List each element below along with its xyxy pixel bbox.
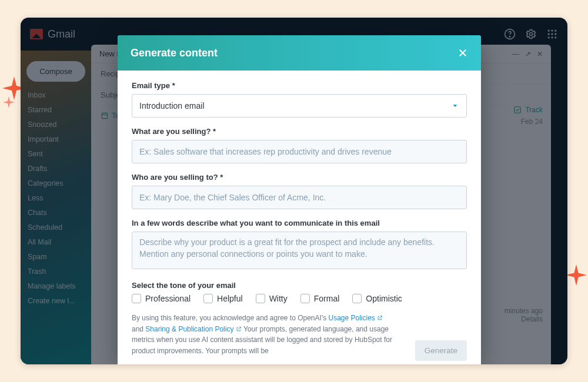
describe-label: In a few words describe what you want to…: [132, 219, 467, 227]
generate-button[interactable]: Generate: [415, 340, 467, 361]
checkbox-icon: [300, 294, 310, 303]
sharing-policy-link[interactable]: Sharing & Publication Policy: [145, 325, 241, 333]
email-type-select[interactable]: Introduction email: [132, 94, 467, 118]
checkbox-icon: [256, 294, 265, 303]
tone-option-formal[interactable]: Formal: [300, 294, 340, 303]
sparkle-decoration-right: [566, 264, 587, 286]
external-link-icon: [236, 326, 242, 332]
audience-input[interactable]: [132, 186, 467, 209]
tone-option-optimistic[interactable]: Optimistic: [352, 294, 402, 303]
describe-textarea[interactable]: [132, 232, 467, 269]
audience-label: Who are you selling to? *: [132, 173, 467, 182]
tone-option-helpful[interactable]: Helpful: [203, 294, 243, 303]
screenshot-container: Gmail Compose InboxStarredSnoozedImporta…: [21, 18, 567, 364]
tone-label: Select the tone of your email: [132, 281, 467, 290]
tone-option-professional[interactable]: Professional: [132, 294, 191, 303]
checkbox-icon: [132, 294, 141, 303]
checkbox-icon: [352, 294, 362, 303]
email-type-value: Introduction email: [139, 101, 205, 110]
checkbox-icon: [203, 294, 213, 303]
modal-title: Generate content: [131, 47, 218, 59]
tone-option-witty[interactable]: Witty: [256, 294, 288, 303]
generate-content-modal: Generate content Email type * Introducti…: [118, 35, 481, 364]
chevron-down-icon: [451, 102, 459, 110]
external-link-icon: [377, 315, 383, 321]
usage-policies-link[interactable]: Usage Policies: [329, 314, 383, 322]
selling-label: What are you selling? *: [132, 127, 467, 136]
modal-close-icon[interactable]: [457, 48, 468, 58]
selling-input[interactable]: [132, 140, 467, 163]
email-type-label: Email type *: [132, 81, 467, 90]
